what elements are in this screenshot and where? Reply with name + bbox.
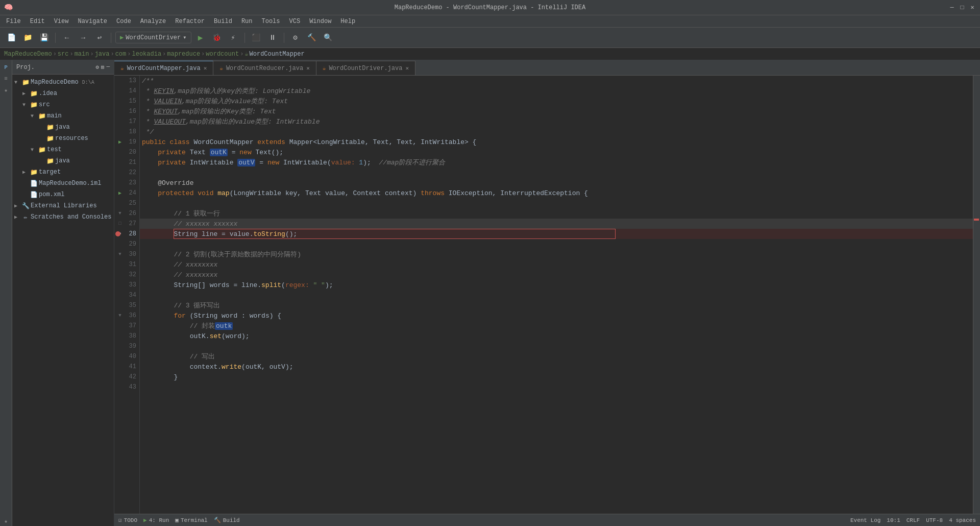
- status-run[interactable]: ▶ 4: Run: [143, 517, 169, 523]
- breakpoint-28[interactable]: [115, 231, 120, 236]
- toolbar-back-button[interactable]: ←: [60, 31, 74, 45]
- breadcrumb-wordcount[interactable]: wordcount: [206, 51, 239, 58]
- stop-button[interactable]: ⬛: [249, 31, 263, 45]
- status-position[interactable]: 10:1: [887, 517, 900, 523]
- tree-item-main[interactable]: ▼ 📁 main: [12, 110, 114, 122]
- fold-icon-26[interactable]: ▼: [117, 210, 123, 217]
- code-line-23: @Override: [140, 178, 973, 188]
- gutter-row-42: 42: [114, 372, 139, 382]
- menu-item-tools[interactable]: Tools: [258, 17, 284, 26]
- tree-item-test[interactable]: ▼ 📁 test: [12, 144, 114, 155]
- run-config-selector[interactable]: ▶ WordCountDriver ▾: [115, 32, 191, 43]
- settings-button[interactable]: ⚙: [288, 31, 303, 45]
- menu-item-edit[interactable]: Edit: [26, 17, 49, 26]
- indent-label: 4 spaces: [949, 517, 976, 523]
- gutter-row-18: 18: [114, 127, 139, 137]
- idea-folder-icon: 📁: [30, 90, 38, 98]
- tree-item-resources[interactable]: 📁 resources: [12, 133, 114, 144]
- gutter-row-19: ▶ 19: [114, 137, 139, 147]
- fold-icon-27[interactable]: □: [117, 221, 123, 227]
- tree-item-scratches[interactable]: ▶ ✏️ Scratches and Consoles: [12, 211, 114, 223]
- project-panel: Proj. ⚙ ⊞ ─ ▼ 📁 MapReduceDemo D:\A ▶ 📁 .…: [12, 60, 114, 526]
- fold-icon-30[interactable]: ▼: [117, 251, 123, 257]
- tab-close-reducer[interactable]: ✕: [306, 65, 310, 71]
- tab-wordcountreducer[interactable]: ☕ WordCountReducer.java ✕: [213, 61, 316, 75]
- toolbar: 📄 📁 💾 ← → ↩ ▶ WordCountDriver ▾ ▶ 🐞 ⚡ ⬛ …: [0, 28, 980, 48]
- tab-label-driver: WordCountDriver.java: [329, 65, 402, 72]
- tree-item-target[interactable]: ▶ 📁 target: [12, 166, 114, 178]
- breadcrumb-root[interactable]: MapReduceDemo: [4, 51, 52, 58]
- tree-item-java-test[interactable]: 📁 java: [12, 155, 114, 166]
- title-bar-left: 🧠: [4, 3, 13, 12]
- toolbar-forward-button[interactable]: →: [76, 31, 90, 45]
- status-indent[interactable]: 4 spaces: [949, 517, 976, 523]
- toolbar-new-button[interactable]: 📄: [4, 31, 18, 45]
- menu-item-file[interactable]: File: [2, 17, 25, 26]
- todo-label: TODO: [124, 517, 137, 523]
- run-gutter-icon-24[interactable]: ▶: [117, 190, 123, 196]
- status-build[interactable]: 🔨 Build: [214, 517, 240, 523]
- debug-button[interactable]: 🐞: [210, 31, 224, 45]
- toolbar-revert-button[interactable]: ↩: [92, 31, 107, 45]
- scratches-icon: ✏️: [21, 213, 30, 221]
- menu-item-build[interactable]: Build: [210, 17, 236, 26]
- menu-item-code[interactable]: Code: [112, 17, 135, 26]
- tree-item-iml[interactable]: 📄 MapReduceDemo.iml: [12, 178, 114, 189]
- search-everywhere-button[interactable]: 🔍: [321, 31, 335, 45]
- breadcrumb-leokadia[interactable]: leokadia: [132, 51, 161, 58]
- code-editor[interactable]: 13 14 15 16 17 18 ▶ 19 20 21 22 23 ▶ 24 …: [114, 76, 980, 514]
- status-eventlog[interactable]: Event Log: [850, 517, 880, 523]
- status-encoding[interactable]: UTF-8: [926, 517, 943, 523]
- structure-icon[interactable]: ≡: [1, 74, 11, 84]
- menu-item-vcs[interactable]: VCS: [285, 17, 305, 26]
- status-todo[interactable]: ☑ TODO: [118, 517, 137, 523]
- code-line-41: context.write(outK, outV);: [140, 362, 973, 372]
- breadcrumb-main[interactable]: main: [75, 51, 89, 58]
- maximize-button[interactable]: □: [959, 4, 966, 11]
- code-content[interactable]: /** * KEYIN,map阶段输入的key的类型: LongWritable…: [140, 76, 973, 514]
- tree-item-ext-libs[interactable]: ▶ 🔧 External Libraries: [12, 200, 114, 211]
- status-terminal[interactable]: ▣ Terminal: [175, 517, 207, 523]
- tree-item-src[interactable]: ▼ 📁 src: [12, 99, 114, 110]
- menu-item-window[interactable]: Window: [305, 17, 335, 26]
- tree-item-root[interactable]: ▼ 📁 MapReduceDemo D:\A: [12, 77, 114, 88]
- menu-item-analyze[interactable]: Analyze: [136, 17, 170, 26]
- menu-item-run[interactable]: Run: [237, 17, 257, 26]
- tab-wordcountdriver[interactable]: ☕ WordCountDriver.java ✕: [316, 61, 415, 75]
- bookmarks-icon[interactable]: ★: [1, 85, 11, 95]
- tab-close-mapper[interactable]: ✕: [204, 65, 207, 71]
- gutter-row-31: 31: [114, 259, 139, 270]
- breadcrumb-java[interactable]: java: [95, 51, 110, 58]
- code-line-15: * VALUEIN,map阶段输入的value类型: Text: [140, 96, 973, 106]
- project-icon[interactable]: P: [1, 62, 11, 73]
- panel-collapse-icon[interactable]: ─: [106, 64, 110, 70]
- tree-item-idea[interactable]: ▶ 📁 .idea: [12, 88, 114, 99]
- toolbar-open-button[interactable]: 📁: [20, 31, 35, 45]
- pause-button[interactable]: ⏸: [265, 31, 280, 45]
- coverage-button[interactable]: ⚡: [226, 31, 240, 45]
- breadcrumb-mapreduce[interactable]: mapreduce: [167, 51, 200, 58]
- menu-item-navigate[interactable]: Navigate: [74, 17, 111, 26]
- tab-wordcountmapper[interactable]: ☕ WordCountMapper.java ✕: [114, 61, 213, 75]
- tree-item-pom[interactable]: 📄 pom.xml: [12, 189, 114, 200]
- minimize-button[interactable]: ─: [948, 4, 955, 11]
- close-button[interactable]: ✕: [969, 4, 976, 11]
- breadcrumb-src[interactable]: src: [58, 51, 69, 58]
- run-gutter-icon-19[interactable]: ▶: [117, 139, 123, 145]
- run-button[interactable]: ▶: [193, 31, 208, 45]
- toolbar-save-button[interactable]: 💾: [37, 31, 51, 45]
- favorites-icon[interactable]: ★: [1, 516, 11, 526]
- tab-close-driver[interactable]: ✕: [405, 65, 409, 71]
- tree-item-java-main[interactable]: 📁 java: [12, 122, 114, 133]
- panel-header: Proj. ⚙ ⊞ ─: [12, 60, 114, 75]
- panel-settings-icon[interactable]: ⊞: [101, 64, 105, 70]
- build-artifacts-button[interactable]: 🔨: [305, 31, 319, 45]
- status-line-ending[interactable]: CRLF: [906, 517, 920, 523]
- menu-item-view[interactable]: View: [50, 17, 73, 26]
- menu-item-refactor[interactable]: Refactor: [171, 17, 209, 26]
- breadcrumb-com[interactable]: com: [115, 51, 127, 58]
- menu-item-help[interactable]: Help: [336, 17, 359, 26]
- fold-icon-36[interactable]: ▼: [117, 313, 123, 319]
- right-scrollbar-gutter[interactable]: [973, 76, 980, 514]
- panel-gear-icon[interactable]: ⚙: [95, 64, 99, 70]
